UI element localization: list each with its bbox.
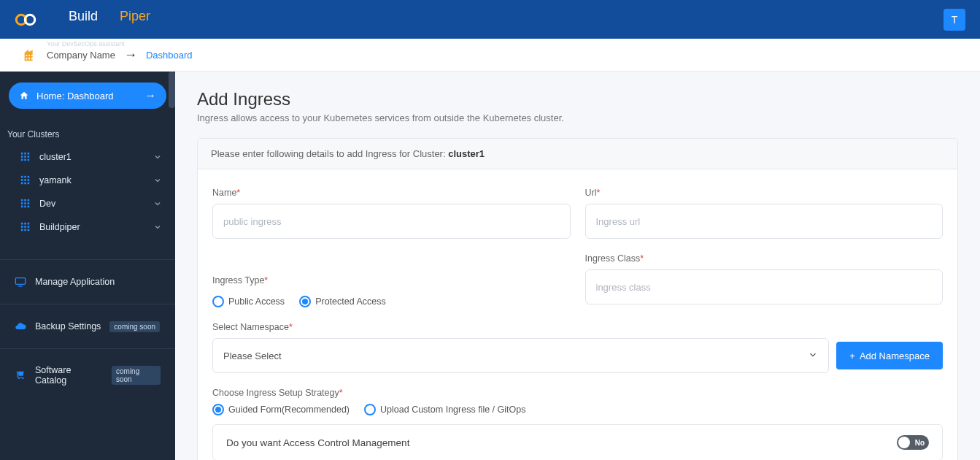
radio-public-access[interactable]: Public Access: [212, 296, 285, 307]
radio-icon: [212, 404, 224, 415]
svg-rect-16: [28, 179, 30, 181]
radio-protected-access[interactable]: Protected Access: [299, 296, 386, 307]
namespace-select-value: Please Select: [223, 350, 282, 361]
svg-rect-19: [28, 183, 30, 185]
ingress-class-input[interactable]: [585, 269, 944, 304]
sidebar-item-label: Manage Application: [35, 277, 115, 287]
svg-rect-22: [28, 199, 30, 202]
svg-rect-35: [21, 229, 23, 231]
acm-card: Do you want Access Control Management No: [212, 424, 943, 460]
svg-rect-33: [24, 226, 26, 228]
svg-rect-27: [24, 206, 26, 208]
radio-guided-form[interactable]: Guided Form(Recommended): [212, 404, 350, 415]
main-content: Add Ingress Ingress allows access to you…: [175, 72, 980, 460]
strategy-label: Choose Ingress Setup Strategy*: [212, 388, 943, 398]
brand-logo[interactable]: BuildPiper Your DevSecOps assistant: [15, 0, 150, 47]
acm-toggle[interactable]: No: [897, 435, 929, 450]
radio-label: Public Access: [228, 296, 285, 307]
sidebar-item-backup-settings[interactable]: Backup Settings coming soon: [0, 304, 175, 348]
home-icon: [19, 91, 29, 101]
svg-rect-25: [28, 202, 30, 204]
svg-rect-26: [21, 206, 23, 208]
add-namespace-label: Add Namespace: [860, 350, 930, 361]
app-header: BuildPiper Your DevSecOps assistant T: [0, 0, 980, 39]
ingress-type-label: Ingress Type*: [212, 275, 571, 285]
sidebar: Home: Dashboard → Your Clusters cluster1…: [0, 72, 175, 460]
radio-icon: [212, 296, 224, 307]
svg-rect-9: [24, 159, 26, 161]
svg-rect-31: [28, 223, 30, 225]
svg-rect-13: [28, 176, 30, 178]
svg-rect-15: [24, 179, 26, 181]
sidebar-item-label: Dev: [39, 199, 144, 209]
sidebar-item-label: yamank: [39, 175, 144, 185]
url-input[interactable]: [585, 204, 944, 239]
svg-rect-6: [24, 156, 26, 158]
svg-rect-36: [24, 229, 26, 231]
name-label: Name*: [212, 188, 571, 198]
sidebar-item-label: Buildpiper: [39, 222, 144, 232]
svg-rect-8: [21, 159, 23, 161]
status-badge: coming soon: [109, 321, 160, 332]
svg-rect-3: [24, 153, 26, 155]
toggle-knob: [898, 437, 910, 448]
svg-rect-29: [21, 223, 23, 225]
brand-icon: [15, 11, 41, 28]
plus-icon: +: [849, 350, 855, 361]
sidebar-item-yamank[interactable]: yamank: [0, 169, 175, 192]
arrow-right-icon: →: [144, 89, 156, 102]
sidebar-item-software-catalog[interactable]: Software Catalog coming soon: [0, 348, 175, 402]
sidebar-item-dev[interactable]: Dev: [0, 192, 175, 215]
home-label: Home: Dashboard: [36, 91, 137, 101]
acm-title: Do you want Access Control Management: [226, 437, 409, 448]
sidebar-item-cluster1[interactable]: cluster1: [0, 145, 175, 169]
chevron-down-icon: [153, 176, 162, 185]
svg-rect-12: [24, 176, 26, 178]
cloud-icon: [15, 321, 26, 332]
sidebar-item-manage-application[interactable]: Manage Application: [0, 259, 175, 304]
chevron-down-icon: [808, 350, 818, 362]
svg-rect-21: [24, 199, 26, 202]
svg-rect-10: [28, 159, 30, 161]
radio-label: Guided Form(Recommended): [228, 405, 350, 415]
scrollbar-thumb[interactable]: [169, 72, 175, 108]
name-input[interactable]: [212, 204, 571, 239]
svg-rect-32: [21, 226, 23, 228]
form-instruction: Please enter following details to add In…: [211, 148, 446, 159]
sidebar-item-label: cluster1: [39, 152, 144, 162]
svg-rect-4: [28, 153, 30, 155]
radio-upload-custom[interactable]: Upload Custom Ingress file / GitOps: [364, 404, 525, 415]
svg-rect-28: [28, 206, 30, 208]
clusters-heading: Your Clusters: [0, 123, 175, 145]
crumb-dashboard-link[interactable]: Dashboard: [146, 50, 193, 61]
form-card: Please enter following details to add In…: [197, 138, 958, 460]
add-namespace-button[interactable]: + Add Namespace: [836, 342, 943, 369]
avatar[interactable]: T: [944, 9, 965, 31]
sidebar-item-label: Software Catalog: [35, 365, 103, 386]
svg-rect-7: [28, 156, 30, 158]
grid-icon: [20, 175, 31, 185]
home-dashboard-button[interactable]: Home: Dashboard →: [9, 83, 166, 109]
crumb-company: Company Name: [47, 50, 115, 61]
monitor-icon: [15, 276, 26, 288]
brand-name-main: Build: [47, 0, 120, 42]
form-cluster-name: cluster1: [448, 148, 485, 159]
svg-rect-18: [24, 183, 26, 185]
svg-rect-2: [21, 153, 23, 155]
svg-rect-5: [21, 156, 23, 158]
svg-rect-14: [21, 179, 23, 181]
form-card-header: Please enter following details to add In…: [198, 139, 957, 169]
sidebar-item-buildpiper[interactable]: Buildpiper: [0, 215, 175, 239]
radio-icon: [299, 296, 311, 307]
brand-name-accent: Piper: [120, 9, 150, 24]
namespace-select[interactable]: Please Select: [212, 338, 829, 373]
radio-label: Upload Custom Ingress file / GitOps: [380, 405, 525, 415]
svg-rect-38: [15, 278, 25, 285]
status-badge: coming soon: [112, 366, 161, 385]
building-icon: [22, 47, 38, 63]
brand-tagline: Your DevSecOps assistant: [47, 40, 150, 47]
grid-icon: [20, 152, 31, 162]
chevron-down-icon: [153, 223, 162, 231]
ingress-class-label: Ingress Class*: [585, 253, 944, 264]
svg-rect-23: [21, 202, 23, 204]
